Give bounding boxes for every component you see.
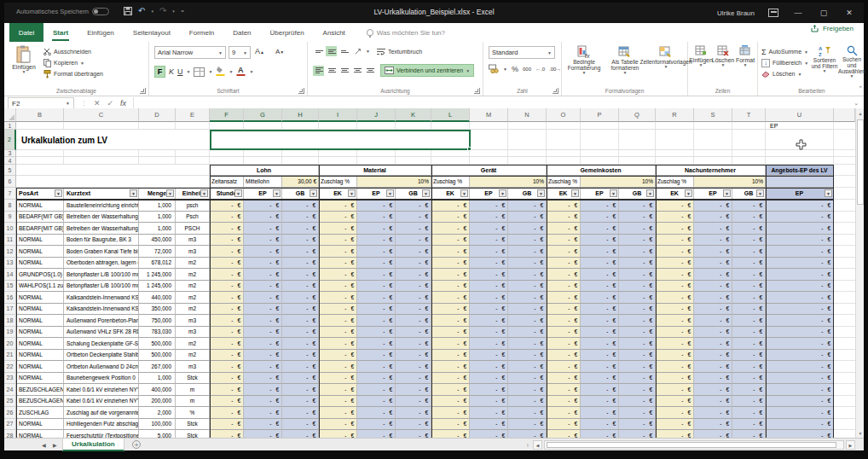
- increase-font-icon[interactable]: A▲: [255, 47, 264, 55]
- cell-K28[interactable]: -€: [396, 430, 431, 438]
- cell-E21[interactable]: m2: [176, 350, 210, 362]
- cell-M2[interactable]: [470, 130, 508, 150]
- align-bottom-icon[interactable]: [339, 46, 350, 56]
- cell-K14[interactable]: -€: [396, 269, 431, 281]
- cell-J13[interactable]: -€: [357, 258, 396, 270]
- cell-S8[interactable]: -€: [694, 200, 732, 212]
- bold-button[interactable]: F: [154, 66, 165, 78]
- cell-P13[interactable]: -€: [581, 258, 619, 270]
- cell-E9[interactable]: Psch: [176, 212, 210, 224]
- cell-K10[interactable]: -€: [396, 223, 431, 235]
- cell-C25[interactable]: Kabel 0.6/1 kV einziehen NYY 4x: [64, 396, 139, 408]
- cell-O28[interactable]: -€: [547, 430, 581, 438]
- cell-T11[interactable]: -€: [732, 235, 766, 247]
- clear-button[interactable]: Löschen▼: [761, 68, 808, 79]
- cell-T9[interactable]: -€: [732, 212, 766, 224]
- cell-I13[interactable]: -€: [319, 258, 357, 270]
- cell-K27[interactable]: -€: [396, 419, 431, 431]
- cell-B24[interactable]: BEZUSCHLAGEN: [16, 384, 64, 396]
- cell-Q2[interactable]: [619, 130, 656, 150]
- cell-J14[interactable]: -€: [357, 269, 396, 281]
- cell-E24[interactable]: m: [176, 384, 210, 396]
- cell-R24[interactable]: -€: [656, 384, 694, 396]
- cell-M4[interactable]: [470, 157, 508, 165]
- clipboard-dialog-launcher-icon[interactable]: [140, 88, 146, 94]
- font-name-select[interactable]: Arial Narrow▼: [154, 46, 226, 59]
- cell-U19[interactable]: -€: [766, 327, 834, 339]
- cell-P15[interactable]: -€: [581, 281, 619, 293]
- cell-N21[interactable]: -€: [508, 350, 547, 362]
- group-header-material[interactable]: Material: [319, 165, 431, 176]
- cell-I28[interactable]: -€: [319, 430, 357, 438]
- cell-U21[interactable]: -€: [766, 350, 834, 362]
- cell-L20[interactable]: -€: [431, 338, 470, 350]
- cell-O12[interactable]: -€: [547, 246, 581, 258]
- cell-S28[interactable]: -€: [694, 430, 732, 438]
- percent-style-icon[interactable]: %: [512, 65, 518, 73]
- cell-S22[interactable]: -€: [694, 361, 732, 373]
- cell-S25[interactable]: -€: [694, 396, 732, 408]
- cut-button[interactable]: Ausschneiden: [43, 46, 103, 57]
- cell-L19[interactable]: -€: [431, 327, 470, 339]
- cell-C14[interactable]: Betonpflaster L/B 100/100 mm H: [64, 269, 139, 281]
- new-sheet-icon[interactable]: +: [132, 440, 141, 449]
- tab-datei[interactable]: Datei: [9, 23, 43, 42]
- cell-K9[interactable]: -€: [396, 212, 431, 224]
- cell-K4[interactable]: [396, 157, 431, 165]
- cell-Q22[interactable]: -€: [619, 361, 656, 373]
- cell-D21[interactable]: 500,000: [139, 350, 176, 362]
- cell-O1[interactable]: [547, 122, 581, 130]
- row-header-1[interactable]: 1: [4, 122, 16, 130]
- cell-H24[interactable]: -€: [282, 384, 319, 396]
- filter-button-P[interactable]: ▼: [610, 189, 617, 197]
- cell-M20[interactable]: -€: [470, 338, 508, 350]
- cell-M28[interactable]: -€: [470, 430, 508, 438]
- cell-K22[interactable]: -€: [396, 361, 431, 373]
- cell-G10[interactable]: -€: [244, 223, 282, 235]
- cell-M3[interactable]: [470, 150, 508, 157]
- header-cell-J7[interactable]: EP▼: [357, 188, 396, 200]
- cell-I16[interactable]: -€: [319, 292, 357, 304]
- merge-center-button[interactable]: Verbinden und zentrieren▼: [380, 64, 474, 77]
- cell-N25[interactable]: -€: [508, 396, 547, 408]
- cell-M27[interactable]: -€: [470, 419, 508, 431]
- cell-M23[interactable]: -€: [470, 373, 508, 385]
- cell-T20[interactable]: -€: [732, 338, 766, 350]
- close-button[interactable]: ✕: [843, 9, 855, 17]
- cell-M17[interactable]: -€: [470, 304, 508, 316]
- filter-button-I[interactable]: ▼: [348, 189, 356, 197]
- row-header-8[interactable]: 8: [4, 200, 16, 212]
- cell-R23[interactable]: -€: [656, 373, 694, 385]
- cell-J10[interactable]: -€: [357, 223, 396, 235]
- filter-button-H[interactable]: ▼: [310, 189, 317, 197]
- cell-U9[interactable]: -€: [766, 212, 834, 224]
- cell-B3[interactable]: [16, 150, 64, 157]
- cell-T26[interactable]: -€: [732, 407, 766, 419]
- cell-R12[interactable]: -€: [656, 246, 694, 258]
- cell-T24[interactable]: -€: [732, 384, 766, 396]
- cell-E14[interactable]: m2: [176, 269, 210, 281]
- cell-D9[interactable]: 1,000: [139, 212, 176, 224]
- cell-B10[interactable]: BEDARF(MIT GB): [16, 223, 64, 235]
- select-all-corner[interactable]: [4, 108, 16, 122]
- cell-E27[interactable]: Stck: [176, 419, 210, 431]
- cell-S15[interactable]: -€: [694, 281, 732, 293]
- cell-I10[interactable]: -€: [319, 223, 357, 235]
- cell-G21[interactable]: -€: [244, 350, 282, 362]
- cell-G18[interactable]: -€: [244, 315, 282, 327]
- cell-G4[interactable]: [244, 157, 282, 165]
- cell-C9[interactable]: Betreiben der Wasserhaltungsar: [64, 212, 139, 224]
- cell-M12[interactable]: -€: [470, 246, 508, 258]
- expand-formula-bar-icon[interactable]: ⌄: [854, 100, 859, 107]
- cell-O18[interactable]: -€: [547, 315, 581, 327]
- cell-S23[interactable]: -€: [694, 373, 732, 385]
- cell-H13[interactable]: -€: [282, 258, 319, 270]
- cell-D14[interactable]: 1 245,000: [139, 269, 176, 281]
- cell-E23[interactable]: Stck: [176, 373, 210, 385]
- cell-B16[interactable]: NORMAL: [16, 292, 64, 304]
- orientation-icon[interactable]: [351, 46, 364, 56]
- cell-N4[interactable]: [508, 157, 547, 165]
- cell-T15[interactable]: -€: [732, 281, 766, 293]
- cell-L26[interactable]: -€: [431, 407, 470, 419]
- cell-G16[interactable]: -€: [244, 292, 282, 304]
